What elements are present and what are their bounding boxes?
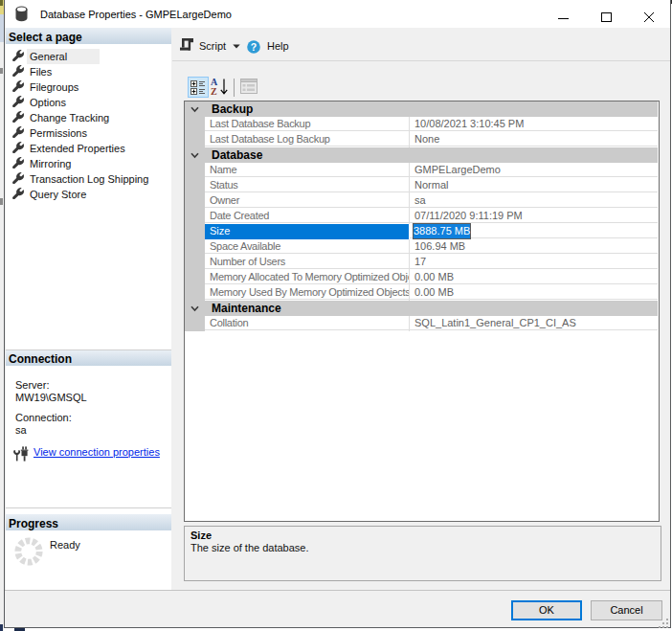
- svg-text:?: ?: [251, 41, 257, 53]
